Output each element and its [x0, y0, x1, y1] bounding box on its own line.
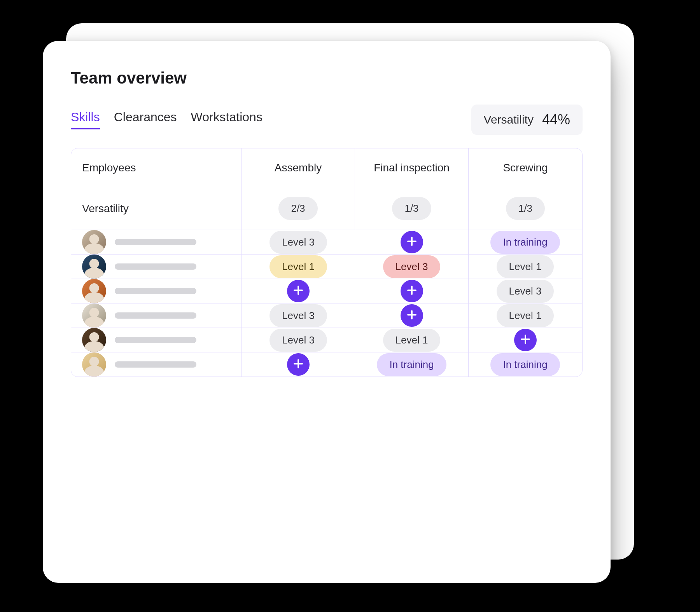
skill-cell [242, 279, 355, 303]
versatility-row-label: Versatility [71, 187, 242, 230]
avatar [82, 303, 106, 328]
avatar [82, 352, 106, 377]
add-skill-button[interactable] [401, 304, 423, 327]
versatility-label: Versatility [484, 113, 534, 126]
add-skill-button[interactable] [401, 280, 423, 302]
skill-cell: Level 1 [469, 303, 582, 328]
skill-pill[interactable]: Level 3 [270, 304, 327, 327]
avatar [82, 255, 106, 279]
versatility-screwing: 1/3 [469, 187, 582, 230]
plus-icon [292, 358, 304, 371]
employee-name-placeholder [115, 337, 196, 343]
plus-icon [406, 309, 418, 322]
tabs: Skills Clearances Workstations [71, 110, 262, 129]
plus-icon [292, 284, 304, 298]
team-overview-card: Team overview Skills Clearances Workstat… [43, 41, 611, 583]
tab-clearances[interactable]: Clearances [114, 110, 177, 129]
tab-workstations[interactable]: Workstations [191, 110, 262, 129]
col-header-assembly: Assembly [242, 148, 355, 187]
skill-pill[interactable]: Level 1 [497, 304, 554, 327]
page-title: Team overview [71, 69, 583, 87]
tabs-row: Skills Clearances Workstations Versatili… [71, 105, 583, 135]
add-skill-button[interactable] [287, 353, 310, 376]
skill-cell: In training [469, 230, 582, 255]
plus-icon [406, 284, 418, 298]
skill-pill[interactable]: In training [490, 353, 560, 376]
skill-pill[interactable]: Level 1 [383, 329, 441, 352]
skill-cell: Level 3 [242, 230, 355, 255]
add-skill-button[interactable] [514, 329, 537, 351]
skill-cell [355, 303, 469, 328]
skill-cell: Level 3 [355, 255, 469, 279]
plus-icon [406, 235, 418, 249]
skill-cell [355, 279, 469, 303]
skill-cell: Level 1 [355, 328, 469, 352]
versatility-final-inspection: 1/3 [355, 187, 469, 230]
skill-pill[interactable]: In training [377, 353, 446, 376]
avatar [82, 230, 106, 254]
employee-name-placeholder [115, 288, 196, 294]
avatar [82, 328, 106, 352]
skill-cell: Level 1 [469, 255, 582, 279]
col-header-final-inspection: Final inspection [355, 148, 469, 187]
employee-cell[interactable] [71, 303, 242, 328]
skill-pill[interactable]: Level 1 [497, 255, 554, 278]
plus-icon [520, 333, 531, 347]
versatility-assembly: 2/3 [242, 187, 355, 230]
employee-cell[interactable] [71, 279, 242, 303]
col-header-employees: Employees [71, 148, 242, 187]
employee-name-placeholder [115, 239, 196, 245]
employee-name-placeholder [115, 312, 196, 319]
skill-pill[interactable]: In training [490, 231, 560, 254]
add-skill-button[interactable] [287, 280, 310, 302]
versatility-value: 44% [542, 112, 570, 128]
employee-name-placeholder [115, 263, 196, 270]
skill-pill[interactable]: Level 3 [270, 329, 327, 352]
employee-cell[interactable] [71, 230, 242, 255]
versatility-metric: Versatility 44% [471, 105, 583, 135]
skill-cell [242, 352, 355, 377]
skill-cell: Level 3 [469, 279, 582, 303]
tab-skills[interactable]: Skills [71, 110, 100, 129]
skill-cell [469, 328, 582, 352]
employee-name-placeholder [115, 361, 196, 368]
col-header-screwing: Screwing [469, 148, 582, 187]
skills-grid: Employees Assembly Final inspection Scre… [71, 148, 583, 377]
avatar [82, 279, 106, 303]
skill-pill[interactable]: Level 1 [270, 255, 327, 278]
employee-cell[interactable] [71, 255, 242, 279]
skill-pill[interactable]: Level 3 [497, 280, 554, 303]
employee-cell[interactable] [71, 328, 242, 352]
skill-cell [355, 230, 469, 255]
skill-cell: Level 1 [242, 255, 355, 279]
skill-pill[interactable]: Level 3 [383, 255, 441, 278]
employee-cell[interactable] [71, 352, 242, 377]
skill-cell: In training [469, 352, 582, 377]
skill-cell: Level 3 [242, 303, 355, 328]
skill-cell: In training [355, 352, 469, 377]
skill-pill[interactable]: Level 3 [270, 231, 327, 254]
add-skill-button[interactable] [401, 231, 423, 253]
skill-cell: Level 3 [242, 328, 355, 352]
